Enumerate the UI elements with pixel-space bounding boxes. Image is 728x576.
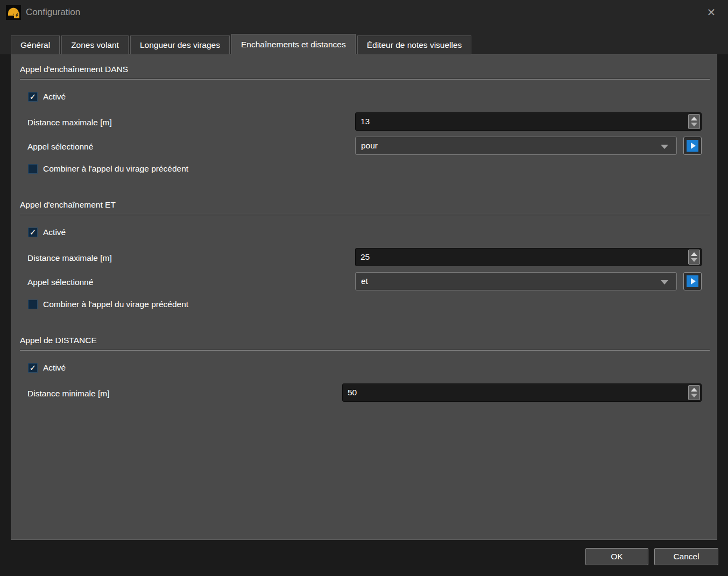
dropdown-selected-value: pour — [361, 141, 378, 151]
appel-selectionne-dropdown-dans[interactable]: pour — [355, 137, 677, 155]
combine-checkbox-label: Combiner à l'appel du virage précédent — [43, 164, 188, 174]
window-title: Configuration — [26, 7, 80, 18]
tab-enchainements-distances[interactable]: Enchaînements et distances — [231, 34, 356, 54]
checkbox-row-active-dans[interactable]: ✓ Activé — [28, 92, 66, 102]
app-helmet-icon — [6, 5, 21, 20]
active-checkbox-label: Activé — [43, 227, 66, 237]
chevron-down-icon — [661, 145, 668, 149]
titlebar: Configuration ✕ — [0, 0, 728, 25]
spin-down-icon[interactable] — [691, 123, 697, 126]
checkbox-row-active-distance[interactable]: ✓ Activé — [28, 363, 66, 373]
distance-max-input-dans[interactable] — [355, 112, 702, 131]
tab-bar: Général Zones volant Longueur des virage… — [11, 34, 473, 54]
combine-checkbox[interactable]: ✓ — [28, 164, 38, 174]
section-title-dans: Appel d'enchaînement DANS — [20, 65, 128, 74]
tab-editeur-notes[interactable]: Éditeur de notes visuelles — [357, 35, 472, 54]
section-title-et: Appel d'enchaînement ET — [20, 200, 116, 210]
distance-max-label-dans: Distance maximale [m] — [27, 118, 112, 127]
spin-up-icon[interactable] — [691, 388, 697, 392]
combine-checkbox-label: Combiner à l'appel du virage précédent — [43, 300, 188, 309]
checkbox-row-combine-et[interactable]: ✓ Combiner à l'appel du virage précédent — [28, 300, 188, 309]
cancel-button[interactable]: Cancel — [654, 548, 718, 565]
active-checkbox[interactable]: ✓ — [28, 227, 38, 237]
checkbox-row-combine-dans[interactable]: ✓ Combiner à l'appel du virage précédent — [28, 164, 188, 174]
spinner-buttons — [688, 250, 700, 265]
distance-max-input-et[interactable] — [355, 248, 702, 266]
appel-selectionne-label-et: Appel sélectionné — [27, 278, 93, 287]
distance-min-input[interactable] — [342, 383, 702, 402]
combine-checkbox[interactable]: ✓ — [28, 300, 38, 309]
active-checkbox-label: Activé — [43, 92, 66, 102]
checkbox-row-active-et[interactable]: ✓ Activé — [28, 227, 66, 237]
close-icon[interactable]: ✕ — [702, 4, 720, 20]
play-icon — [687, 140, 698, 152]
distance-max-spinbox-et — [355, 248, 702, 266]
section-title-distance: Appel de DISTANCE — [20, 336, 97, 345]
spin-up-icon[interactable] — [691, 117, 697, 120]
dropdown-selected-value: et — [361, 276, 368, 286]
section-divider — [20, 79, 710, 80]
ok-button[interactable]: OK — [585, 548, 648, 565]
section-divider — [20, 214, 710, 215]
play-call-button-dans[interactable] — [683, 137, 702, 155]
spinner-buttons — [688, 385, 700, 400]
distance-min-spinbox — [342, 383, 702, 402]
distance-min-label: Distance minimale [m] — [27, 389, 109, 399]
appel-selectionne-dropdown-et[interactable]: et — [355, 272, 677, 290]
tab-general[interactable]: Général — [11, 35, 60, 54]
chevron-down-icon — [661, 280, 668, 285]
active-checkbox[interactable]: ✓ — [28, 363, 38, 373]
spin-up-icon[interactable] — [691, 252, 697, 256]
appel-selectionne-label-dans: Appel sélectionné — [27, 142, 93, 152]
spin-down-icon[interactable] — [691, 258, 697, 262]
distance-max-spinbox-dans — [355, 112, 702, 131]
active-checkbox[interactable]: ✓ — [28, 92, 38, 102]
spinner-buttons — [688, 114, 700, 129]
play-call-button-et[interactable] — [683, 272, 702, 290]
spin-down-icon[interactable] — [691, 394, 697, 397]
tab-zones-volant[interactable]: Zones volant — [61, 35, 129, 54]
play-icon — [687, 275, 698, 287]
section-divider — [20, 350, 710, 351]
tab-longueur-virages[interactable]: Longueur des virages — [130, 35, 230, 54]
distance-max-label-et: Distance maximale [m] — [27, 253, 112, 263]
tab-page-enchainements: Appel d'enchaînement DANS ✓ Activé Dista… — [11, 54, 717, 540]
active-checkbox-label: Activé — [43, 363, 66, 373]
